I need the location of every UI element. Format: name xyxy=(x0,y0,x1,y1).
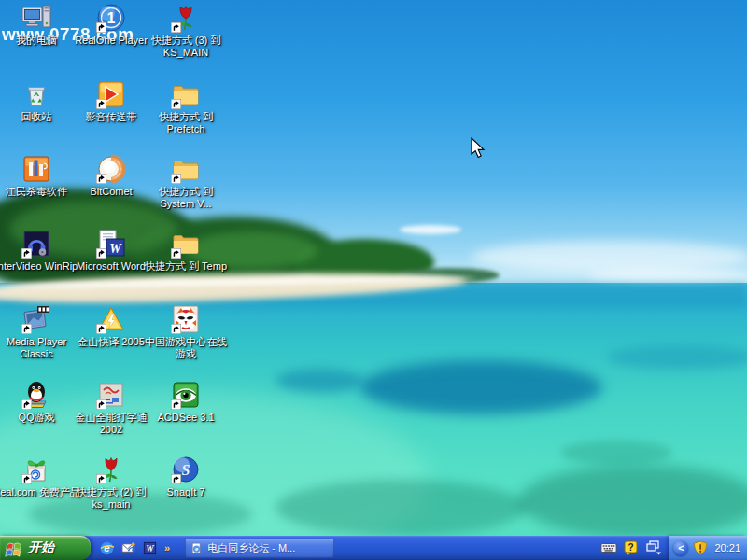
icon-label: 江民杀毒软件 xyxy=(6,186,67,198)
quick-launch-overflow-chevron[interactable]: » xyxy=(164,540,170,555)
cloud xyxy=(400,225,461,234)
cloud xyxy=(472,241,747,273)
start-label: 开始 xyxy=(28,539,54,556)
shortcut-arrow-icon xyxy=(171,174,181,184)
keyboard-icon[interactable] xyxy=(600,540,617,555)
svg-text:1: 1 xyxy=(107,10,116,26)
my-computer-icon xyxy=(21,3,51,33)
task-button-forum-window[interactable]: e 电白同乡论坛 - M... xyxy=(186,539,333,558)
icon-label: QQ游戏 xyxy=(18,412,54,424)
reef-patch xyxy=(359,360,602,414)
icon-label: 金山快译 2005 xyxy=(78,336,145,348)
jiangmin-antivirus-icon xyxy=(21,154,51,184)
quick-launch-bar: e W » xyxy=(99,540,170,556)
svg-text:S: S xyxy=(182,462,190,478)
word-quicklaunch-icon[interactable]: W xyxy=(142,540,158,556)
desktop-icon-shortcut-temp[interactable]: 快捷方式 到 Temp xyxy=(142,229,230,273)
desktop-screen: www.0778.com 我的电脑 1 RealOne Player xyxy=(0,0,747,560)
svg-text:W: W xyxy=(146,544,154,553)
shortcut-arrow-icon xyxy=(96,399,106,410)
icon-label: ACDSee 3.1 xyxy=(157,412,214,424)
recycle-bin-icon xyxy=(21,79,51,109)
icon-label: 中国游戏中心在线游戏 xyxy=(142,336,230,360)
ime-help-icon[interactable]: ? xyxy=(623,540,640,555)
shortcut-arrow-icon xyxy=(171,248,181,259)
desktop-icon-snagit[interactable]: S SnagIt 7 xyxy=(142,455,230,498)
icon-label: BitComet xyxy=(90,186,132,198)
svg-text:?: ? xyxy=(628,542,634,553)
taskbar-clock[interactable]: 20:21 xyxy=(714,542,740,553)
shortcut-arrow-icon xyxy=(171,474,181,484)
windows-flag-icon xyxy=(5,539,23,557)
desktop-icon-shortcut-prefetch[interactable]: 快捷方式 到 Prefetch xyxy=(142,79,230,135)
icon-label: 影音传送带 xyxy=(86,111,137,123)
shortcut-arrow-icon xyxy=(171,99,181,109)
icon-label: SnagIt 7 xyxy=(167,486,205,498)
desktop-icon-acdsee[interactable]: ACDSee 3.1 xyxy=(142,380,230,424)
icon-label: Microsoft Word xyxy=(77,260,146,273)
outlook-express-icon[interactable] xyxy=(120,540,136,556)
icon-label: RealOne Player xyxy=(75,35,148,47)
icon-label: 快捷方式 到 System V... xyxy=(142,186,230,210)
shortcut-arrow-icon xyxy=(96,174,106,184)
shortcut-arrow-icon xyxy=(21,474,32,484)
icon-label: InterVideo WinRip xyxy=(0,260,78,273)
shortcut-arrow-icon xyxy=(171,324,181,334)
internet-explorer-icon[interactable]: e xyxy=(99,540,115,556)
security-shield-icon[interactable] xyxy=(693,540,708,555)
language-bar-minimize-icon[interactable] xyxy=(645,540,662,555)
icon-label: 回收站 xyxy=(21,111,52,123)
shortcut-arrow-icon xyxy=(96,474,106,484)
svg-text:e: e xyxy=(104,542,109,553)
icon-label: 我的电脑 xyxy=(16,35,57,47)
internet-explorer-page-icon: e xyxy=(190,542,203,554)
shortcut-arrow-icon xyxy=(96,22,106,33)
icon-label: 快捷方式 到 Temp xyxy=(145,260,227,273)
shortcut-arrow-icon xyxy=(171,399,181,410)
shortcut-arrow-icon xyxy=(96,248,106,259)
task-button-label: 电白同乡论坛 - M... xyxy=(207,541,295,555)
desktop-icon-shortcut-system-v[interactable]: 快捷方式 到 System V... xyxy=(142,154,230,210)
shortcut-arrow-icon xyxy=(96,99,106,109)
icon-label: 快捷方式 到 Prefetch xyxy=(142,111,230,135)
hide-tray-icons-chevron[interactable]: < xyxy=(673,540,688,555)
language-bar: ? xyxy=(600,540,662,555)
mouse-cursor xyxy=(471,137,487,160)
icon-label: 快捷方式 (3) 到 KS_MAIN xyxy=(142,35,230,59)
shortcut-arrow-icon xyxy=(21,324,32,334)
system-tray: < 20:21 xyxy=(669,536,747,560)
start-button[interactable]: 开始 xyxy=(0,536,91,560)
cloud xyxy=(588,269,747,281)
shortcut-arrow-icon xyxy=(21,399,32,410)
taskbar: 开始 e W » e 电白同乡论坛 - M... xyxy=(0,536,747,560)
svg-text:W: W xyxy=(109,242,122,256)
desktop-icon-shortcut-3-ks-main[interactable]: 快捷方式 (3) 到 KS_MAIN xyxy=(142,3,230,59)
shortcut-arrow-icon xyxy=(96,324,106,334)
desktop-icon-china-game-center[interactable]: 中国游戏中心在线游戏 xyxy=(142,304,230,360)
shortcut-arrow-icon xyxy=(171,22,181,33)
shortcut-arrow-icon xyxy=(21,248,32,259)
